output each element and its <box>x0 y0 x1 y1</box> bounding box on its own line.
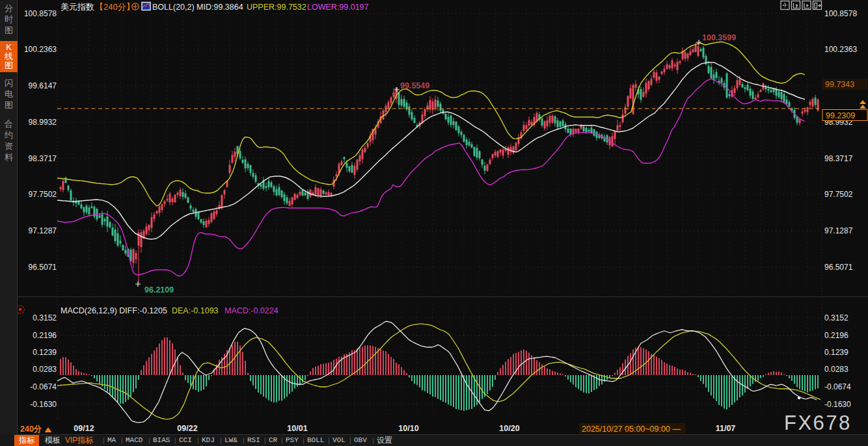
svg-text:MACD(26,12,9) DIFF:-0.1205: MACD(26,12,9) DIFF:-0.1205 <box>61 306 167 315</box>
svg-text:96.5071: 96.5071 <box>29 263 57 272</box>
svg-text:10/20: 10/20 <box>499 424 519 433</box>
svg-text:240分: 240分 <box>20 425 42 434</box>
svg-text:0.0283: 0.0283 <box>824 365 848 374</box>
svg-text:97.1287: 97.1287 <box>824 226 853 235</box>
svg-text:0.3152: 0.3152 <box>824 313 848 322</box>
svg-text:0.3152: 0.3152 <box>33 313 57 322</box>
svg-text:10/01: 10/01 <box>287 424 307 433</box>
svg-text:【240分】: 【240分】 <box>95 2 135 12</box>
svg-text:98.9932: 98.9932 <box>29 118 57 127</box>
svg-text:99.7343: 99.7343 <box>825 80 854 89</box>
svg-text:2025/10/27 05:00~09:00 —: 2025/10/27 05:00~09:00 — <box>582 425 681 434</box>
svg-text:MACD:-0.0224: MACD:-0.0224 <box>224 306 278 315</box>
svg-text:11/07: 11/07 <box>716 424 736 433</box>
svg-text:99.6147: 99.6147 <box>29 81 57 90</box>
svg-text:美元指数: 美元指数 <box>61 2 94 12</box>
svg-text:0.1239: 0.1239 <box>824 348 848 357</box>
svg-text:100.8578: 100.8578 <box>24 9 57 18</box>
svg-text:-0.0674: -0.0674 <box>30 382 57 391</box>
svg-text:DEA:-0.1093: DEA:-0.1093 <box>172 306 219 315</box>
svg-text:100.3599: 100.3599 <box>702 33 736 42</box>
svg-text:10/10: 10/10 <box>398 424 418 433</box>
svg-text:0.2196: 0.2196 <box>33 331 57 340</box>
svg-text:98.3717: 98.3717 <box>29 154 57 163</box>
svg-text:-0.1630: -0.1630 <box>30 400 57 409</box>
svg-text:0.0283: 0.0283 <box>33 365 57 374</box>
svg-text:97.7502: 97.7502 <box>824 190 853 199</box>
svg-text:98.3717: 98.3717 <box>824 154 853 163</box>
svg-text:99.2309: 99.2309 <box>826 111 855 120</box>
svg-text:UPPER:99.7532: UPPER:99.7532 <box>247 3 306 12</box>
svg-text:-0.0674: -0.0674 <box>824 382 851 391</box>
svg-text:100.8578: 100.8578 <box>824 9 857 18</box>
svg-text:0.1239: 0.1239 <box>33 348 57 357</box>
svg-text:97.7502: 97.7502 <box>29 190 57 199</box>
svg-text:0.2196: 0.2196 <box>824 331 848 340</box>
svg-text:-0.1630: -0.1630 <box>824 400 851 409</box>
svg-text:BOLL(20,2) MID:99.3864: BOLL(20,2) MID:99.3864 <box>152 3 243 12</box>
svg-text:LOWER:99.0197: LOWER:99.0197 <box>307 3 369 12</box>
svg-text:99.5549: 99.5549 <box>400 81 429 90</box>
svg-text:100.2363: 100.2363 <box>24 45 57 54</box>
svg-text:09/12: 09/12 <box>74 424 94 433</box>
svg-text:96.2109: 96.2109 <box>144 285 174 295</box>
svg-text:FX678: FX678 <box>784 412 852 434</box>
svg-text:09/22: 09/22 <box>177 424 197 433</box>
svg-text:96.5071: 96.5071 <box>824 263 853 272</box>
svg-text:97.1287: 97.1287 <box>29 226 57 235</box>
svg-text:100.2363: 100.2363 <box>824 45 857 54</box>
